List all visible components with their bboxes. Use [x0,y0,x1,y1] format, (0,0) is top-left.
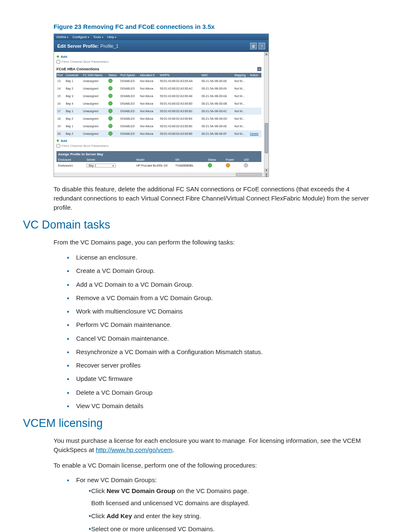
checkbox[interactable] [56,60,60,64]
caret-down-icon: ▾ [67,36,68,39]
list-item: Update VC firmware [67,375,376,383]
menubar: Define▾ Configure▾ Tools▾ Help▾ [54,34,269,40]
table-cell [107,93,120,100]
menu-help[interactable]: Help▾ [107,35,116,39]
table-cell: Not M... [234,108,249,115]
uid-icon[interactable] [244,163,248,167]
table-cell: 14 [56,85,65,93]
titlebar: Edit Server Profile: Profile_1 ▥ ? [54,40,269,52]
table-cell: 00-21-5A-9B-00-6E [201,123,234,130]
menu-configure[interactable]: Configure▾ [72,35,89,39]
scroll-up-icon[interactable]: ▲ [264,52,269,56]
column-header: Connecte [65,73,82,77]
power-icon[interactable] [226,163,230,167]
column-header: Port Speed [120,73,139,77]
table-cell [249,85,261,93]
table-cell [107,108,120,115]
table-cell: 00-21-5A-9B-00-69 [201,85,234,93]
title-label: Edit Server Profile: [57,44,99,49]
h-scroll-thumb[interactable] [236,173,262,176]
assign-table-header: Enclosure Server Model SN Status Power U… [56,157,261,162]
column-header: Status [107,73,120,77]
table-cell: 16 [56,100,65,108]
table-cell [249,93,261,100]
vc-domain-task-list: License an enclosure.Create a VC Domain … [67,253,376,410]
table-row[interactable]: 15Bay 3UnassignedDISABLEDNot Alloca50:01… [56,93,261,100]
status-ok-icon [108,131,113,136]
table-cell: Unassigned [82,115,107,123]
table-cell: Not Alloca [139,108,159,115]
table-cell: DISABLED [120,77,139,85]
table-cell: Bay 1 [65,123,82,130]
table-cell [107,100,120,108]
assign-profile-header: Assign Profile to Server Bay [56,151,261,157]
table-cell: DISABLED [120,130,139,138]
table-cell [249,77,261,85]
column-header: FC SAN Name [82,73,107,77]
table-cell: Not Alloca [139,130,159,138]
embedded-screenshot: Define▾ Configure▾ Tools▾ Help▾ Edit Ser… [54,33,269,177]
caret-down-icon: ▾ [113,164,114,167]
fc-boot-params-checkbox-2[interactable]: Fibre Channel Boot Parameters [56,144,261,148]
print-icon[interactable]: ▥ [250,43,257,49]
heading-vc-domain-tasks: VC Domain tasks [23,218,376,231]
fc-boot-params-checkbox[interactable]: Fibre Channel Boot Parameters [56,60,261,64]
table-row[interactable]: 16Bay 4UnassignedDISABLEDNot Alloca50:01… [56,100,261,108]
delete-link[interactable]: Delete [250,132,258,135]
table-cell: Not M... [234,77,249,85]
fcoe-section-header: FCoE HBA Connections − [56,67,261,71]
table-cell: Not Alloca [139,85,159,93]
table-cell: 50:01:43:80:02:A3:00:B6 [159,123,201,130]
table-cell [107,115,120,123]
table-cell: Unassigned [82,108,107,115]
list-item: Remove a VC Domain from a VC Domain Grou… [67,294,376,302]
vcem-link[interactable]: http://www.hp.com/go/vcem [96,446,172,453]
scroll-down-icon[interactable]: ▼ [264,168,269,172]
horizontal-scrollbar[interactable] [54,172,264,177]
table-cell [107,123,120,130]
table-row[interactable]: 17Bay 1UnassignedDISABLEDNot Alloca50:01… [56,108,261,115]
table-cell: Delete [249,130,261,138]
table-cell: Not M... [234,115,249,123]
table-cell: Not M... [234,123,249,130]
step-2: Click Add Key and enter the key string. [89,511,376,520]
table-cell: Not Alloca [139,77,159,85]
table-cell: 20 [56,130,65,138]
table-cell: Bay 3 [65,93,82,100]
table-row[interactable]: 18Bay 2UnassignedDISABLEDNot Alloca50:01… [56,115,261,123]
step-3: Select one or more unlicensed VC Domains… [89,524,376,532]
table-cell [249,108,261,115]
list-item: Perform VC Domain maintenance. [67,321,376,329]
table-row[interactable]: 13Bay 1UnassignedDISABLEDNot Alloca50:01… [56,77,261,85]
collapse-icon[interactable]: − [257,67,261,71]
table-row[interactable]: 19Bay 1UnassignedDISABLEDNot Alloca50:01… [56,123,261,130]
table-cell: 50:01:43:80:02:A3:00:AA [159,77,201,85]
table-cell: DISABLED [120,93,139,100]
server-dropdown[interactable]: Bay 1▾ [85,164,124,167]
vertical-scrollbar[interactable]: ▲ ▼ [264,52,269,172]
model-cell: HP ProLiant BL495c G5 [135,164,174,167]
step-1-sub: Both licensed and unlicensed VC domains … [91,499,376,507]
plus-icon: ✚ [56,139,59,143]
table-cell: 50:01:43:80:02:A3:00:B8 [159,130,201,138]
table-cell: 00-21-5A-9B-00-6C [201,108,234,115]
scroll-corner: ▲▼ [264,172,269,177]
caret-down-icon: ▾ [88,36,89,39]
menu-define[interactable]: Define▾ [56,35,68,39]
table-row[interactable]: 14Bay 2UnassignedDISABLEDNot Alloca50:01… [56,85,261,93]
table-row[interactable]: 20Bay 2UnassignedDISABLEDNot Alloca50:01… [56,130,261,138]
menu-tools[interactable]: Tools▾ [93,35,103,39]
licensing-paragraph-1: You must purchase a license for each enc… [54,436,376,455]
add-link-bottom[interactable]: ✚Add [56,139,261,143]
help-icon[interactable]: ? [258,43,265,49]
table-cell [249,115,261,123]
status-ok-icon [108,79,113,83]
checkbox[interactable] [56,144,60,148]
scroll-thumb[interactable] [265,123,268,153]
paragraph-disable-feature: To disable this feature, delete the addi… [54,185,376,212]
table-cell [107,85,120,93]
table-cell: 50:01:43:80:02:A3:00:B0 [159,100,201,108]
list-item: Delete a VC Domain Group [67,388,376,397]
add-link-top[interactable]: ✚Add [56,55,261,59]
figure-caption: Figure 23 Removing FC and FCoE connectio… [54,23,376,30]
